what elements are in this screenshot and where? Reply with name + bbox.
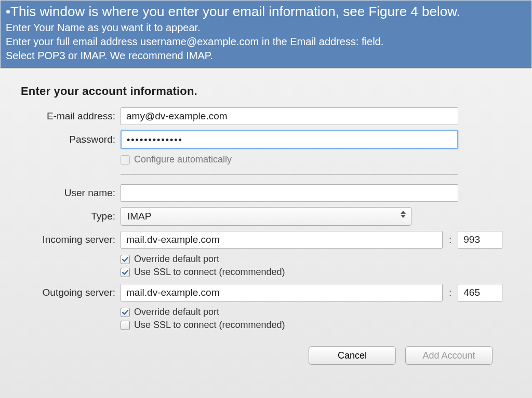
email-field[interactable] (121, 107, 458, 125)
incoming-port-field[interactable] (458, 231, 502, 249)
cancel-button[interactable]: Cancel (309, 346, 396, 365)
outgoing-override-port-label: Override default port (134, 307, 219, 318)
incoming-override-port-label: Override default port (134, 254, 219, 265)
form-title: Enter your account information. (10, 85, 522, 98)
account-form-panel: Enter your account information. E-mail a… (0, 68, 532, 398)
outgoing-use-ssl-checkbox[interactable] (121, 321, 130, 330)
outgoing-port-field[interactable] (458, 284, 502, 301)
banner-line-4: Select POP3 or IMAP. We recommend IMAP. (6, 49, 526, 63)
type-label: Type: (10, 211, 121, 222)
section-divider (121, 170, 458, 175)
password-field[interactable]: ••••••••••••• (121, 130, 458, 149)
banner-line-2: Enter Your Name as you want it to appear… (6, 21, 526, 35)
outgoing-override-port-checkbox[interactable] (121, 308, 130, 317)
configure-automatically-label: Configure automatically (134, 154, 232, 165)
incoming-use-ssl-checkbox[interactable] (121, 268, 130, 277)
password-label: Password: (10, 134, 121, 145)
banner-line-1: •This window is where you enter your ema… (6, 4, 526, 20)
instruction-banner: •This window is where you enter your ema… (0, 0, 532, 68)
type-select-value: IMAP (127, 211, 151, 222)
incoming-server-field[interactable] (121, 231, 443, 249)
outgoing-use-ssl-label: Use SSL to connect (recommended) (134, 320, 285, 331)
username-field[interactable] (121, 184, 458, 202)
port-separator: : (447, 234, 454, 245)
incoming-override-port-checkbox[interactable] (121, 255, 130, 264)
type-select[interactable]: IMAP (121, 207, 411, 226)
email-label: E-mail address: (10, 111, 121, 122)
outgoing-server-label: Outgoing server: (10, 287, 121, 298)
banner-line-3: Enter your full email address username@e… (6, 35, 526, 49)
port-separator-2: : (447, 287, 454, 298)
incoming-use-ssl-label: Use SSL to connect (recommended) (134, 267, 285, 278)
select-arrows-icon (401, 211, 406, 218)
configure-automatically-checkbox[interactable] (121, 155, 130, 164)
outgoing-server-field[interactable] (121, 284, 443, 301)
incoming-server-label: Incoming server: (10, 234, 121, 245)
username-label: User name: (10, 187, 121, 199)
add-account-button[interactable]: Add Account (405, 346, 493, 365)
